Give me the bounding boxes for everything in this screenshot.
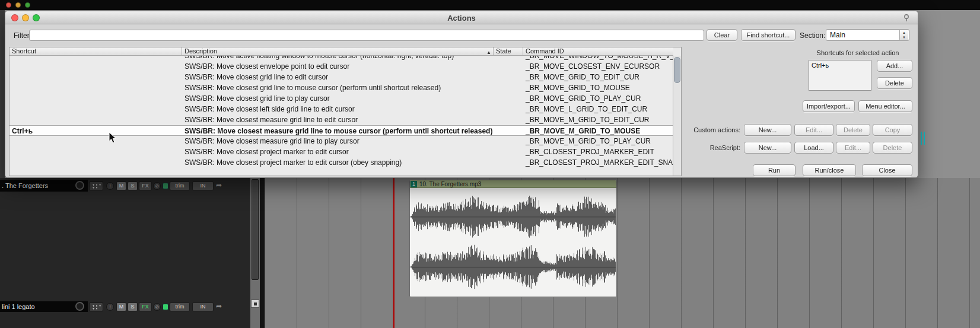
track-panel-scrollbar[interactable] xyxy=(250,178,260,328)
delete-shortcut-button[interactable]: Delete xyxy=(877,77,912,89)
section-label: Section: xyxy=(800,31,825,40)
main-minimize-button[interactable] xyxy=(15,2,21,8)
run-close-button[interactable]: Run/close xyxy=(803,164,856,176)
mute-button[interactable]: M xyxy=(116,302,126,311)
input-button[interactable]: IN xyxy=(192,181,214,190)
table-scrollbar-thumb[interactable] xyxy=(674,57,680,83)
row-description: SWS/BR: Move closest project marker to e… xyxy=(182,157,494,168)
phase-arrow-icon[interactable]: ➦ xyxy=(216,181,222,189)
find-shortcut-button[interactable]: Find shortcut... xyxy=(741,29,796,41)
reascript-delete-button[interactable]: Delete xyxy=(873,142,912,154)
close-button[interactable]: Close xyxy=(862,164,912,176)
track-control-panel: . The Forgetters ! M S FX ⊘ trim IN ➦ MI… xyxy=(0,178,250,328)
zoom-button[interactable] xyxy=(251,300,259,308)
filter-label: Filter xyxy=(14,31,30,40)
routing-button[interactable] xyxy=(89,302,103,311)
media-item[interactable]: 1 10. The Forgetters.mp3 xyxy=(409,180,617,297)
record-arm-button[interactable]: ! xyxy=(106,303,114,311)
track-name-label[interactable]: lini 1 legato xyxy=(0,301,88,312)
run-button[interactable]: Run xyxy=(753,164,796,176)
row-description: SWS/BR: Move closest measure grid line t… xyxy=(182,136,494,147)
shortcut-value: Ctrl+ь xyxy=(812,62,829,69)
action-row[interactable]: SWS/BR: Move closest project marker to e… xyxy=(9,157,673,168)
actions-dialog: Actions Filter Clear Find shortcut... Se… xyxy=(5,11,918,178)
action-row[interactable]: SWS/BR: Move closest measure grid line t… xyxy=(9,136,673,147)
main-zoom-button[interactable] xyxy=(25,2,30,8)
shortcut-listbox[interactable]: Ctrl+ь xyxy=(809,60,871,91)
action-row[interactable]: SWS/BR: Move closest left side grid line… xyxy=(9,104,673,114)
fx-button[interactable]: FX xyxy=(139,302,152,311)
media-item-title: 10. The Forgetters.mp3 xyxy=(419,180,481,188)
background-area xyxy=(0,10,5,178)
solo-button[interactable]: S xyxy=(128,302,138,311)
monitor-indicator-icon[interactable] xyxy=(163,304,168,310)
table-scrollbar[interactable] xyxy=(673,56,681,176)
input-button[interactable]: IN xyxy=(192,302,214,311)
action-row[interactable]: SWS/BR: Move closest project marker to e… xyxy=(9,147,673,157)
automation-button[interactable]: ⊘ xyxy=(153,182,161,190)
row-state xyxy=(494,82,523,93)
take-number-badge: 1 xyxy=(411,181,417,187)
column-header-command-id[interactable]: Command ID xyxy=(523,47,673,55)
row-description: SWS/BR: Move closest left side grid line… xyxy=(182,104,494,114)
pin-icon[interactable] xyxy=(902,14,911,22)
main-window-titlebar xyxy=(0,0,980,10)
monitor-indicator-icon[interactable] xyxy=(163,183,168,189)
solo-button[interactable]: S xyxy=(128,181,138,190)
action-row[interactable]: Ctrl+ьSWS/BR: Move closest measure grid … xyxy=(9,125,673,136)
pan-knob[interactable] xyxy=(75,302,84,311)
action-row[interactable]: SWS/BR: Move closest measure grid line t… xyxy=(9,114,673,125)
row-state xyxy=(494,93,523,104)
reascript-load-button[interactable]: Load... xyxy=(794,142,833,154)
row-command-id: _BR_MOVE_M_GRID_TO_PLAY_CUR xyxy=(523,136,673,147)
custom-edit-button[interactable]: Edit... xyxy=(794,124,833,136)
action-row[interactable]: SWS/BR: Move closest envelope point to e… xyxy=(9,61,673,72)
dialog-titlebar[interactable]: Actions xyxy=(5,11,918,24)
sort-ascending-icon: ▲ xyxy=(486,49,491,55)
menu-editor-button[interactable]: Menu editor... xyxy=(858,100,912,112)
media-item-titlebar[interactable]: 1 10. The Forgetters.mp3 xyxy=(410,180,616,188)
column-header-shortcut[interactable]: Shortcut xyxy=(9,47,182,55)
custom-new-button[interactable]: New... xyxy=(744,124,791,136)
action-row[interactable]: SWS/BR: Move closest grid line to edit c… xyxy=(9,72,673,82)
routing-button[interactable] xyxy=(89,181,103,190)
panel-divider[interactable] xyxy=(260,178,265,328)
actions-table: Shortcut Description ▲ State Command ID … xyxy=(9,47,682,176)
row-state xyxy=(494,157,523,168)
screen: . The Forgetters ! M S FX ⊘ trim IN ➦ MI… xyxy=(0,0,980,328)
scrollbar-thumb[interactable] xyxy=(252,179,259,280)
track-name-label[interactable]: . The Forgetters xyxy=(0,180,88,192)
row-description: SWS/BR: Move closest project marker to e… xyxy=(182,147,494,157)
pan-knob[interactable] xyxy=(75,181,84,190)
reascript-new-button[interactable]: New... xyxy=(744,142,791,154)
row-state xyxy=(494,56,523,61)
waveform-canvas[interactable] xyxy=(411,189,616,297)
fx-button[interactable]: FX xyxy=(139,181,152,190)
row-description: SWS/BR: Move closest measure grid line t… xyxy=(182,126,494,135)
row-command-id: _BR_MOVE_M_GRID_TO_MOUSE xyxy=(523,126,673,135)
import-export-button[interactable]: Import/export... xyxy=(803,100,855,112)
column-header-description[interactable]: Description ▲ xyxy=(182,47,494,55)
clear-button[interactable]: Clear xyxy=(707,29,737,41)
column-header-state[interactable]: State xyxy=(494,47,523,55)
phase-arrow-icon[interactable]: ➦ xyxy=(216,302,222,310)
trim-button[interactable]: trim xyxy=(170,302,190,311)
record-arm-button[interactable]: ! xyxy=(106,182,114,190)
action-row[interactable]: SWS/BR: Move closest grid line to mouse … xyxy=(9,82,673,93)
mute-button[interactable]: M xyxy=(116,181,126,190)
table-header[interactable]: Shortcut Description ▲ State Command ID xyxy=(9,47,673,56)
arrange-view[interactable] xyxy=(265,178,980,328)
main-close-button[interactable] xyxy=(6,2,11,8)
section-select[interactable]: Main ▲▼ xyxy=(826,29,909,41)
row-command-id: _BR_MOVE_GRID_TO_MOUSE xyxy=(523,82,673,93)
add-shortcut-button[interactable]: Add... xyxy=(877,60,912,72)
trim-button[interactable]: trim xyxy=(170,181,190,190)
action-row[interactable]: SWS/BR: Move active floating window to m… xyxy=(9,56,673,61)
row-description: SWS/BR: Move closest envelope point to e… xyxy=(182,61,494,72)
custom-copy-button[interactable]: Copy xyxy=(873,124,912,136)
filter-input[interactable] xyxy=(29,30,704,41)
automation-button[interactable]: ⊘ xyxy=(153,303,161,311)
reascript-edit-button[interactable]: Edit... xyxy=(836,142,870,154)
action-row[interactable]: SWS/BR: Move closest grid line to play c… xyxy=(9,93,673,104)
custom-delete-button[interactable]: Delete xyxy=(836,124,870,136)
